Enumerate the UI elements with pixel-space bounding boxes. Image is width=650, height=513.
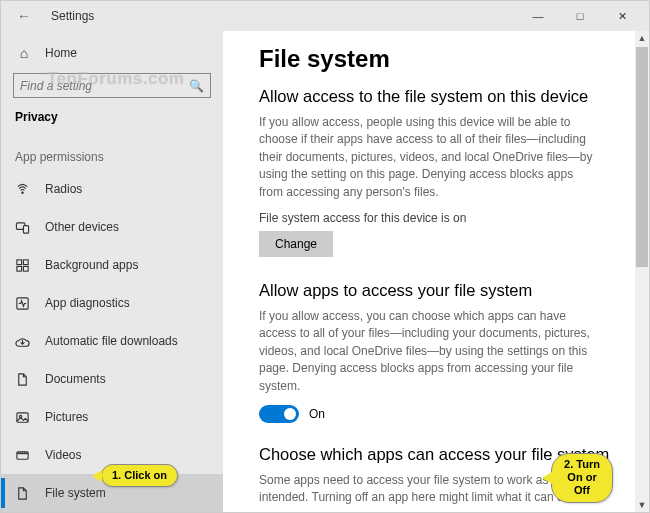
- home-icon: ⌂: [15, 45, 33, 61]
- sidebar-item-other-devices[interactable]: Other devices: [1, 208, 223, 246]
- sidebar-item-label: File system: [45, 486, 106, 500]
- svg-rect-6: [23, 266, 28, 271]
- sidebar-item-diagnostics[interactable]: App diagnostics: [1, 284, 223, 322]
- section1-status: File system access for this device is on: [259, 211, 623, 225]
- sidebar-home[interactable]: ⌂ Home: [1, 39, 223, 67]
- home-label: Home: [45, 46, 77, 60]
- page-title: File system: [259, 45, 623, 73]
- sidebar: ⌂ Home 🔍 Privacy App permissions Radios …: [1, 31, 223, 512]
- videos-icon: [15, 448, 33, 463]
- sidebar-item-downloads[interactable]: Automatic file downloads: [1, 322, 223, 360]
- sidebar-item-label: Radios: [45, 182, 82, 196]
- section1-desc: If you allow access, people using this d…: [259, 114, 599, 201]
- scrollbar-thumb[interactable]: [636, 47, 648, 267]
- titlebar: ← Settings — □ ✕: [1, 1, 649, 31]
- file-system-icon: [15, 486, 33, 501]
- sidebar-heading: Privacy: [1, 108, 223, 136]
- main-panel: File system Allow access to the file sys…: [223, 31, 649, 512]
- change-button[interactable]: Change: [259, 231, 333, 257]
- svg-rect-5: [17, 266, 22, 271]
- maximize-button[interactable]: □: [559, 1, 601, 31]
- radios-icon: [15, 182, 33, 197]
- allow-apps-toggle-label: On: [309, 407, 325, 421]
- section1-title: Allow access to the file system on this …: [259, 87, 623, 106]
- sidebar-item-label: Other devices: [45, 220, 119, 234]
- window-title: Settings: [51, 9, 94, 23]
- annotation-2: 2. Turn On or Off: [551, 453, 613, 503]
- sidebar-item-radios[interactable]: Radios: [1, 170, 223, 208]
- scroll-down-icon[interactable]: ▼: [635, 498, 649, 512]
- sidebar-item-label: Documents: [45, 372, 106, 386]
- back-icon[interactable]: ←: [11, 8, 37, 24]
- sidebar-item-label: Pictures: [45, 410, 88, 424]
- search-icon: 🔍: [189, 79, 204, 93]
- scrollbar[interactable]: ▲ ▼: [635, 31, 649, 512]
- sidebar-item-label: Videos: [45, 448, 81, 462]
- section2-desc: If you allow access, you can choose whic…: [259, 308, 599, 395]
- diagnostics-icon: [15, 296, 33, 311]
- background-apps-icon: [15, 258, 33, 273]
- scroll-up-icon[interactable]: ▲: [635, 31, 649, 45]
- pictures-icon: [15, 410, 33, 425]
- allow-apps-toggle[interactable]: [259, 405, 299, 423]
- sidebar-subheading: App permissions: [1, 136, 223, 170]
- search-box[interactable]: 🔍: [13, 73, 211, 98]
- close-button[interactable]: ✕: [601, 1, 643, 31]
- annotation-1: 1. Click on: [101, 464, 178, 487]
- svg-rect-2: [23, 225, 28, 233]
- svg-point-0: [21, 191, 23, 193]
- download-icon: [15, 334, 33, 349]
- sidebar-item-pictures[interactable]: Pictures: [1, 398, 223, 436]
- sidebar-item-documents[interactable]: Documents: [1, 360, 223, 398]
- document-icon: [15, 372, 33, 387]
- sidebar-item-background-apps[interactable]: Background apps: [1, 246, 223, 284]
- search-input[interactable]: [20, 79, 189, 93]
- svg-rect-4: [23, 259, 28, 264]
- nav-list: Radios Other devices Background apps App…: [1, 170, 223, 512]
- sidebar-item-label: App diagnostics: [45, 296, 130, 310]
- other-devices-icon: [15, 220, 33, 235]
- svg-rect-3: [17, 259, 22, 264]
- sidebar-item-label: Background apps: [45, 258, 138, 272]
- minimize-button[interactable]: —: [517, 1, 559, 31]
- sidebar-item-label: Automatic file downloads: [45, 334, 178, 348]
- section2-title: Allow apps to access your file system: [259, 281, 623, 300]
- svg-rect-8: [17, 412, 28, 421]
